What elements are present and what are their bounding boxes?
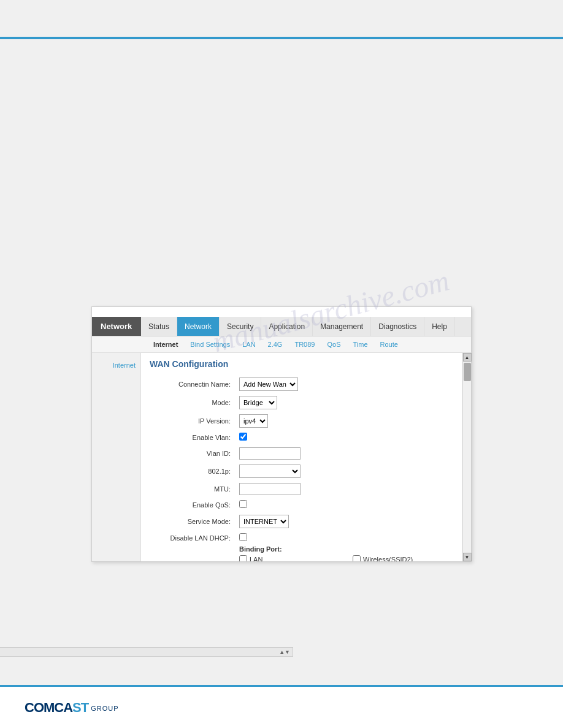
content-area: Internet WAN Configuration Connectin Nam… bbox=[92, 353, 471, 561]
top-decorative-line bbox=[0, 37, 563, 39]
binding-ports-grid: LAN Wireless(SSID2) Wireless(SSID1) Wire… bbox=[150, 555, 454, 561]
scroll-up-button[interactable]: ▲ bbox=[463, 353, 472, 362]
main-nav: Network Status Network Security Applicat… bbox=[92, 317, 471, 336]
select-connection-name[interactable]: Add New Wan bbox=[239, 377, 298, 391]
logo-comcast: COMCA bbox=[25, 700, 72, 715]
sub-tab-2g[interactable]: 2.4G bbox=[262, 339, 289, 350]
corner-indicator: ▲▼ bbox=[0, 647, 293, 657]
form-area: WAN Configuration Connectin Name: Add Ne… bbox=[141, 353, 462, 561]
footer-logo: COMCAST GROUP bbox=[25, 700, 119, 716]
logo-ast: ST bbox=[72, 700, 88, 715]
sub-tab-bind-settings[interactable]: Bind Settings bbox=[184, 339, 236, 350]
sidebar-item-internet[interactable]: Internet bbox=[92, 358, 140, 373]
section-title: WAN Configuration bbox=[150, 359, 454, 369]
field-enable-vlan: Enable Vlan: bbox=[150, 430, 454, 445]
router-ui-panel: ▲▼ Network Status Network Security Appli… bbox=[91, 306, 472, 562]
tab-security[interactable]: Security bbox=[220, 317, 261, 336]
sub-tab-internet[interactable]: Internet bbox=[147, 339, 184, 350]
select-mode[interactable]: Bridge PPPoE DHCP Static bbox=[239, 396, 277, 409]
label-ip-version: IP Version: bbox=[150, 412, 236, 430]
tab-status[interactable]: Status bbox=[141, 317, 177, 336]
label-mode: Mode: bbox=[150, 393, 236, 412]
port-lan: LAN bbox=[239, 555, 340, 561]
field-connection-name: Connectin Name: Add New Wan bbox=[150, 375, 454, 393]
checkbox-port-lan[interactable] bbox=[239, 555, 247, 561]
field-ip-version: IP Version: ipv4 ipv6 bbox=[150, 412, 454, 430]
port-ssid2-label: Wireless(SSID2) bbox=[363, 556, 413, 562]
sub-tab-time[interactable]: Time bbox=[347, 339, 373, 350]
wan-config-table: Connectin Name: Add New Wan Mode: Bridge bbox=[150, 375, 454, 545]
scrollbar[interactable]: ▲ ▼ bbox=[462, 353, 471, 561]
label-dot1p: 802.1p: bbox=[150, 462, 236, 480]
port-lan-label: LAN bbox=[250, 556, 262, 562]
field-service-mode: Service Mode: INTERNET OTHER TR069 VOIP bbox=[150, 512, 454, 531]
label-disable-lan-dhcp: Disable LAN DHCP: bbox=[150, 531, 236, 545]
checkbox-enable-vlan[interactable] bbox=[239, 433, 247, 441]
sub-tab-qos[interactable]: QoS bbox=[321, 339, 347, 350]
checkbox-disable-lan-dhcp[interactable] bbox=[239, 533, 247, 541]
scroll-down-button[interactable]: ▼ bbox=[463, 553, 472, 561]
tab-management[interactable]: Management bbox=[313, 317, 371, 336]
scroll-thumb[interactable] bbox=[464, 363, 471, 381]
nav-tabs-container: Status Network Security Application Mana… bbox=[141, 317, 471, 336]
checkbox-port-ssid2[interactable] bbox=[353, 555, 361, 561]
label-vlan-id: Vlan ID: bbox=[150, 445, 236, 462]
input-mtu[interactable]: 1492 bbox=[239, 483, 301, 495]
field-mode: Mode: Bridge PPPoE DHCP Static bbox=[150, 393, 454, 412]
sub-tab-tr089[interactable]: TR089 bbox=[288, 339, 321, 350]
sub-tab-lan[interactable]: LAN bbox=[236, 339, 261, 350]
label-enable-vlan: Enable Vlan: bbox=[150, 430, 236, 445]
sub-tab-route[interactable]: Route bbox=[374, 339, 404, 350]
nav-brand: Network bbox=[92, 317, 141, 336]
field-dot1p: 802.1p: bbox=[150, 462, 454, 480]
footer: COMCAST GROUP bbox=[0, 685, 563, 728]
select-dot1p[interactable] bbox=[239, 464, 301, 478]
select-service-mode[interactable]: INTERNET OTHER TR069 VOIP bbox=[239, 515, 289, 528]
field-enable-qos: Enable QoS: bbox=[150, 498, 454, 512]
field-disable-lan-dhcp: Disable LAN DHCP: bbox=[150, 531, 454, 545]
label-service-mode: Service Mode: bbox=[150, 512, 236, 531]
field-mtu: MTU: 1492 bbox=[150, 480, 454, 498]
tab-application[interactable]: Application bbox=[261, 317, 313, 336]
tab-diagnostics[interactable]: Diagnostics bbox=[371, 317, 424, 336]
label-mtu: MTU: bbox=[150, 480, 236, 498]
checkbox-enable-qos[interactable] bbox=[239, 500, 247, 508]
logo-group: GROUP bbox=[88, 705, 118, 712]
sub-nav: Internet Bind Settings LAN 2.4G TR089 Qo… bbox=[92, 336, 471, 353]
tab-help[interactable]: Help bbox=[424, 317, 455, 336]
tab-network[interactable]: Network bbox=[177, 317, 220, 336]
port-ssid2: Wireless(SSID2) bbox=[353, 555, 454, 561]
label-binding-port: Binding Port: bbox=[150, 545, 454, 555]
label-enable-qos: Enable QoS: bbox=[150, 498, 236, 512]
sidebar: Internet bbox=[92, 353, 141, 561]
label-connection-name: Connectin Name: bbox=[150, 375, 236, 393]
select-ip-version[interactable]: ipv4 ipv6 bbox=[239, 414, 268, 428]
field-vlan-id: Vlan ID: 10 bbox=[150, 445, 454, 462]
input-vlan-id[interactable]: 10 bbox=[239, 447, 301, 460]
